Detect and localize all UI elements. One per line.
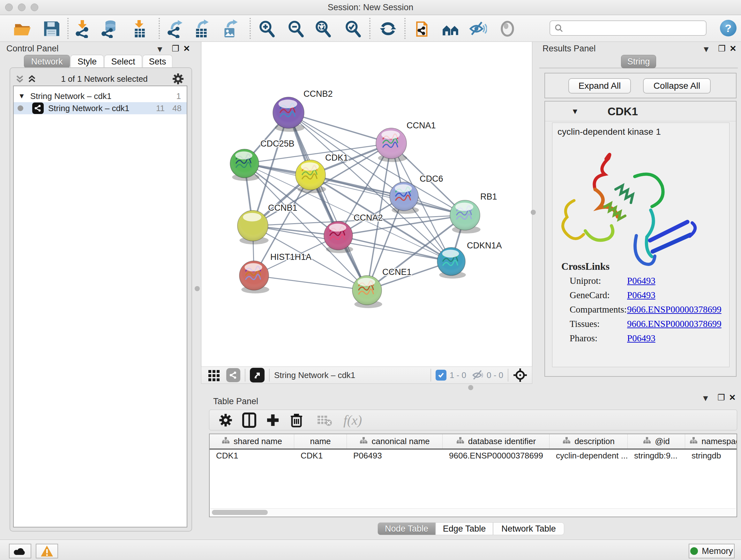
table-cell[interactable]: 9606.ENSP00000378699 [443, 451, 549, 461]
zoom-out-icon [286, 19, 305, 38]
results-panel-float-button[interactable]: ❐ [718, 44, 725, 54]
string-network-graph[interactable]: CCNB2CCNA1CDC25BCDK1CDC6RB1CCNB1CCNA2CDK… [201, 42, 533, 367]
refresh-view-button[interactable] [379, 19, 398, 38]
table-cell[interactable]: stringdb [685, 451, 737, 461]
glass-ball-effect-button[interactable] [498, 19, 517, 38]
export-table-button[interactable] [192, 19, 212, 38]
string-query-button[interactable] [414, 19, 433, 38]
cloud-button[interactable] [9, 544, 31, 558]
results-panel-collapse-button[interactable]: ▼ [702, 44, 711, 54]
help-button[interactable]: ? [720, 20, 737, 37]
right-splitter-handle[interactable] [531, 210, 536, 215]
zoom-selected-button[interactable] [343, 19, 362, 38]
column-header-canonicalname[interactable]: canonical name [347, 434, 443, 449]
collapse-all-icon[interactable] [15, 74, 24, 84]
table-cell[interactable]: CDK1 [294, 451, 347, 461]
results-panel-close-button[interactable]: ✕ [730, 44, 737, 54]
expand-all-icon[interactable] [27, 74, 37, 84]
crosslink-link[interactable]: 9606.ENSP00000378699 [627, 304, 722, 315]
collapse-all-button[interactable]: Collapse All [643, 78, 711, 94]
enhanced-search-button[interactable] [468, 19, 487, 38]
table-cell[interactable]: stringdb:9... [628, 451, 685, 461]
table-horizontal-scrollbar[interactable] [210, 508, 736, 516]
import-network-file-button[interactable] [73, 19, 92, 38]
table-panel-float-button[interactable]: ❐ [718, 393, 725, 402]
edge-HIST1H1A-CCNE1[interactable] [254, 275, 367, 290]
search-input[interactable] [563, 23, 701, 34]
column-header-namespace[interactable]: namespace [685, 434, 737, 449]
network-row-selected[interactable]: String Network – cdk1 11 48 [14, 102, 187, 114]
zoom-fit-button[interactable] [313, 19, 333, 38]
node-CCNE1[interactable]: CCNE1 [352, 267, 412, 308]
table-row[interactable]: CDK1CDK1P064939606.ENSP00000378699cyclin… [210, 449, 737, 462]
entry-header[interactable]: ▼ CDK1 [545, 102, 736, 121]
delete-table-button[interactable] [313, 411, 336, 430]
column-header-sharedname[interactable]: shared name [210, 434, 294, 449]
control-panel-float-button[interactable]: ❐ [172, 44, 179, 54]
window-title: Session: New Session [0, 3, 741, 12]
fit-crosshair-icon[interactable] [513, 368, 528, 382]
memory-button[interactable]: Memory [689, 544, 735, 558]
network-canvas[interactable]: CCNB2CCNA1CDC25BCDK1CDC6RB1CCNB1CCNA2CDK… [201, 42, 532, 367]
column-header-description[interactable]: description [549, 434, 628, 449]
show-columns-button[interactable] [238, 411, 261, 430]
warnings-button[interactable] [36, 544, 58, 558]
table-cell[interactable]: cyclin-dependent ... [549, 451, 628, 461]
column-header-id[interactable]: @id [628, 434, 685, 449]
scrollbar-thumb[interactable] [212, 510, 268, 515]
tab-string[interactable]: String [621, 55, 656, 68]
column-header-databaseidentifier[interactable]: database identifier [443, 434, 549, 449]
tab-network[interactable]: Network [24, 55, 70, 68]
crosslink-link[interactable]: P06493 [627, 290, 656, 300]
zoom-out-button[interactable] [286, 19, 306, 38]
horizontal-splitter-handle[interactable] [468, 385, 473, 390]
tab-sets[interactable]: Sets [143, 55, 172, 68]
left-splitter-handle[interactable] [195, 286, 200, 291]
save-session-button[interactable] [42, 19, 61, 38]
string-home-button[interactable] [441, 19, 460, 38]
edge-CCNB2-CCNE1[interactable] [288, 113, 367, 290]
expand-all-button[interactable]: Expand All [568, 78, 631, 94]
column-label: shared name [233, 436, 282, 446]
tab-select[interactable]: Select [105, 55, 142, 68]
import-network-database-button[interactable] [100, 19, 119, 38]
table-cell[interactable]: P06493 [347, 451, 443, 461]
export-image-icon [221, 19, 240, 38]
crosslink-link[interactable]: 9606.ENSP00000378699 [627, 319, 722, 329]
node-CCNA1[interactable]: CCNA1 [376, 121, 436, 162]
network-collection-row[interactable]: ▼ String Network – cdk1 1 [14, 90, 187, 102]
crosslink-link[interactable]: P06493 [627, 333, 656, 344]
entry-expander-icon[interactable]: ▼ [571, 107, 579, 116]
column-header-name[interactable]: name [294, 434, 347, 449]
node-CDC25B[interactable]: CDC25B [230, 139, 294, 181]
control-panel-close-button[interactable]: ✕ [183, 44, 190, 54]
zoom-in-button[interactable] [257, 19, 276, 38]
tab-node-table[interactable]: Node Table [378, 522, 435, 535]
import-table-file-button[interactable] [130, 19, 149, 38]
export-image-button[interactable] [221, 19, 240, 38]
hidden-eye-slash-icon[interactable] [471, 369, 484, 381]
table-settings-button[interactable] [214, 411, 238, 430]
node-RB1[interactable]: RB1 [450, 192, 497, 233]
function-builder-button[interactable]: f(x) [343, 413, 362, 428]
tab-edge-table[interactable]: Edge Table [435, 522, 493, 535]
table-cell[interactable]: CDK1 [210, 451, 294, 461]
gear-icon[interactable] [172, 73, 184, 85]
table-panel-close-button[interactable]: ✕ [729, 393, 736, 402]
table-panel-collapse-button[interactable]: ▼ [701, 393, 710, 403]
add-column-button[interactable] [261, 411, 285, 430]
selected-checkbox-icon[interactable] [435, 370, 447, 381]
crosslink-link[interactable]: P06493 [627, 275, 656, 286]
node-HIST1H1A[interactable]: HIST1H1A [239, 252, 312, 294]
network-share-view-icon[interactable] [226, 368, 240, 382]
delete-column-button[interactable] [285, 411, 308, 430]
export-network-button[interactable] [166, 19, 185, 38]
tab-style[interactable]: Style [71, 55, 104, 68]
grid-view-icon[interactable] [207, 368, 221, 382]
expander-icon[interactable]: ▼ [18, 92, 25, 100]
detach-view-icon[interactable] [250, 368, 265, 382]
tab-network-table[interactable]: Network Table [493, 522, 564, 535]
open-session-button[interactable] [13, 19, 32, 38]
node-CDKN1A[interactable]: CDKN1A [437, 241, 502, 278]
control-panel-collapse-button[interactable]: ▼ [156, 44, 164, 54]
